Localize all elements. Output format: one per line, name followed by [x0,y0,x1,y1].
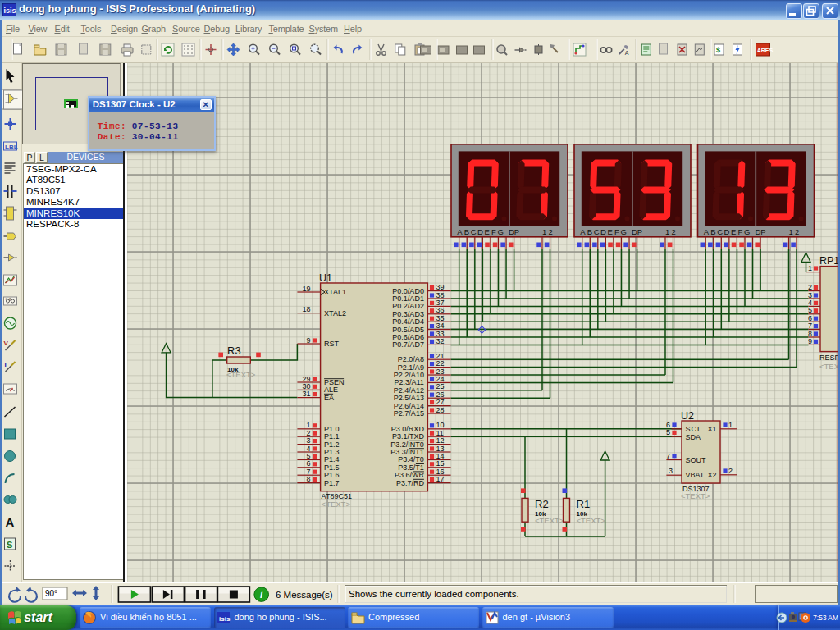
svg-text:$: $ [716,46,720,54]
svg-text:E: E [485,227,490,236]
svg-text:XTAL1: XTAL1 [324,288,346,296]
svg-text:RESPA: RESPA [819,354,840,362]
svg-text:9: 9 [808,337,812,345]
svg-text:RP1: RP1 [819,255,839,267]
svg-text:G: G [498,227,504,236]
svg-text:1: 1 [728,421,733,429]
svg-text:1: 1 [542,227,546,236]
svg-text:B: B [710,227,715,236]
svg-text:<TEXT>: <TEXT> [322,500,351,509]
svg-text:<TEXT>: <TEXT> [577,516,606,525]
svg-text:DP: DP [509,227,519,236]
svg-text:E: E [731,227,736,236]
svg-text:D: D [600,227,606,236]
svg-text:E: E [608,227,613,236]
svg-text:RST: RST [324,340,340,348]
svg-text:1: 1 [665,227,669,236]
svg-text:A: A [625,50,629,56]
svg-text:X2: X2 [707,471,716,479]
svg-text:P0.7/AD7: P0.7/AD7 [392,340,424,349]
svg-text:G: G [621,227,627,236]
svg-text:6 Message(s): 6 Message(s) [276,590,333,600]
svg-text:3: 3 [669,467,673,475]
svg-text:2: 2 [672,227,676,236]
svg-text:7: 7 [666,452,670,460]
svg-text:A: A [457,227,463,236]
svg-text:17: 17 [436,475,445,483]
svg-text:F: F [491,227,496,236]
svg-text:DP: DP [632,227,642,236]
svg-text:8: 8 [306,475,310,483]
svg-text:<TEX: <TEX [819,362,840,371]
svg-text:C: C [471,227,477,236]
svg-text:B: B [587,227,592,236]
svg-text:P3.7/RD: P3.7/RD [396,479,425,487]
svg-text:19: 19 [302,285,310,293]
svg-text:D: D [724,227,729,236]
svg-text:<TEXT>: <TEXT> [226,370,256,379]
svg-text:A: A [580,227,586,236]
svg-text:G: G [744,227,750,236]
svg-text:D: D [477,227,483,236]
svg-text:A: A [704,227,710,236]
svg-text:S: S [7,540,12,550]
svg-text:P2.7/A15: P2.7/A15 [394,409,424,418]
svg-text:F: F [738,227,743,236]
svg-text:18: 18 [302,305,310,313]
svg-text:U2: U2 [681,410,694,422]
svg-text:SDA: SDA [686,433,701,441]
svg-text:SCL: SCL [686,425,703,433]
svg-text:1: 1 [788,227,792,236]
svg-text:DP: DP [755,227,765,236]
svg-text:isis: isis [4,7,16,15]
svg-text:2: 2 [549,227,553,236]
svg-text:SOUT: SOUT [686,456,707,464]
svg-text:I: I [5,361,7,368]
svg-text:e.g: e.g [6,296,11,301]
svg-text:90°: 90° [45,589,57,598]
svg-text:2: 2 [728,467,733,475]
svg-text:VBAT: VBAT [686,471,705,479]
svg-text:P1.7: P1.7 [324,479,340,487]
svg-text:U1: U1 [319,272,332,284]
svg-text:LBL: LBL [5,144,18,151]
svg-text:R3: R3 [227,345,241,357]
svg-text:XTAL2: XTAL2 [324,309,346,317]
svg-text:31: 31 [302,390,310,398]
svg-text:<TEXT>: <TEXT> [535,516,564,525]
svg-text:V: V [4,340,9,347]
svg-text:<TEXT>: <TEXT> [681,491,710,500]
svg-text:F: F [614,227,619,236]
svg-text:A: A [6,515,15,529]
svg-text:28: 28 [436,406,445,414]
svg-text:B: B [464,227,469,236]
svg-text:9: 9 [306,336,310,345]
svg-text:7:53 AM: 7:53 AM [813,614,838,622]
svg-text:R1: R1 [577,498,591,510]
svg-text:EA: EA [324,394,334,402]
svg-text:C: C [594,227,600,236]
svg-text:32: 32 [436,337,445,345]
svg-text:ARES: ARES [757,48,774,53]
svg-text:isis: isis [219,614,231,622]
svg-text:X1: X1 [707,425,716,433]
svg-text:1: 1 [808,264,812,272]
svg-text:2: 2 [795,227,799,236]
svg-text:Shows the currently loaded com: Shows the currently loaded components. [349,589,519,599]
svg-text:5: 5 [666,428,670,436]
svg-text:R2: R2 [535,498,549,510]
svg-text:C: C [717,227,723,236]
